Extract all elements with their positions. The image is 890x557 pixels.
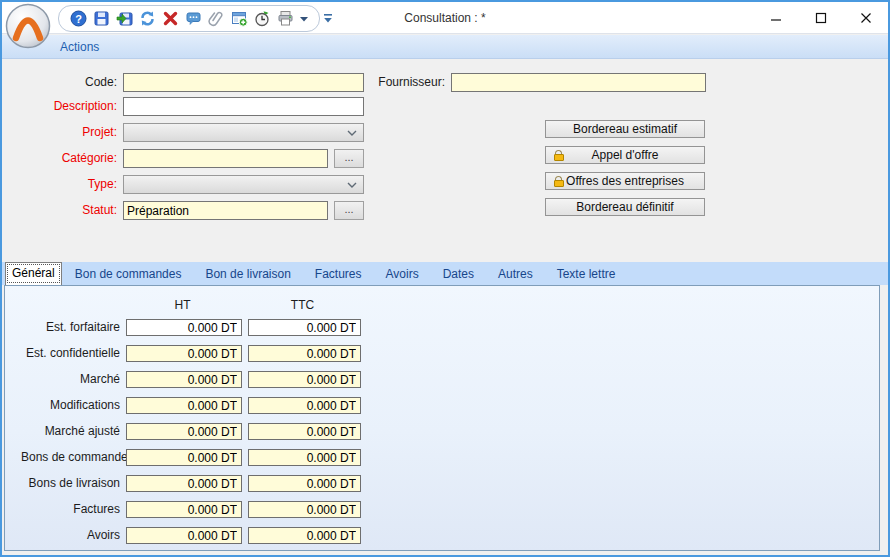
delete-button[interactable] xyxy=(160,9,180,29)
projet-label: Projet: xyxy=(20,123,117,142)
menu-item-actions[interactable]: Actions xyxy=(60,40,99,54)
modifications-ttc-input[interactable] xyxy=(248,397,361,414)
delete-icon xyxy=(162,10,179,27)
bordereau-estimatif-button[interactable]: Bordereau estimatif xyxy=(545,120,705,138)
type-select[interactable] xyxy=(123,175,364,194)
button-label: Bordereau définitif xyxy=(576,200,673,214)
avoirs-ttc-input[interactable] xyxy=(248,527,361,544)
bons-de-commande-ttc-input[interactable] xyxy=(248,449,361,466)
comment-icon xyxy=(185,10,202,27)
minimize-button[interactable] xyxy=(753,2,798,34)
row-label: Modifications xyxy=(21,397,120,414)
history-icon xyxy=(254,10,271,27)
tab-dates[interactable]: Dates xyxy=(433,264,484,285)
close-icon xyxy=(860,12,872,24)
type-label: Type: xyxy=(20,175,117,194)
lock-icon xyxy=(553,176,564,187)
refresh-button[interactable] xyxy=(137,9,157,29)
projet-select[interactable] xyxy=(123,123,364,142)
est-confidentielle-ttc-input[interactable] xyxy=(248,345,361,362)
chevron-down-icon xyxy=(347,182,357,188)
svg-text:?: ? xyxy=(75,13,82,25)
maximize-button[interactable] xyxy=(798,2,843,34)
row-label: Marché ajusté xyxy=(21,423,120,440)
print-button[interactable] xyxy=(275,9,295,29)
lock-icon xyxy=(553,150,564,161)
tab-autres[interactable]: Autres xyxy=(488,264,543,285)
add-form-button[interactable] xyxy=(229,9,249,29)
offres-entreprises-button[interactable]: Offres des entreprises xyxy=(545,172,705,190)
button-label: Bordereau estimatif xyxy=(573,122,677,136)
bons-de-livraison-ht-input[interactable] xyxy=(126,475,242,492)
marche-ajuste-ht-input[interactable] xyxy=(126,423,242,440)
history-button[interactable] xyxy=(252,9,272,29)
print-dropdown-button[interactable] xyxy=(298,9,310,29)
help-icon: ? xyxy=(70,10,87,27)
row-label: Bons de commande xyxy=(21,449,120,466)
save-as-button[interactable] xyxy=(114,9,134,29)
statut-label: Statut: xyxy=(20,201,117,220)
tab-avoirs[interactable]: Avoirs xyxy=(376,264,429,285)
row-label: Est. forfaitaire xyxy=(21,319,120,336)
marche-ajuste-ttc-input[interactable] xyxy=(248,423,361,440)
application-window: Consultation : * xyxy=(0,0,890,557)
chevron-down-icon xyxy=(347,130,357,136)
marche-ttc-input[interactable] xyxy=(248,371,361,388)
save-button[interactable] xyxy=(91,9,111,29)
bordereau-definitif-button[interactable]: Bordereau définitif xyxy=(545,198,705,216)
factures-ttc-input[interactable] xyxy=(248,501,361,518)
tab-general[interactable]: Général xyxy=(5,262,62,285)
fournisseur-label: Fournisseur: xyxy=(362,73,445,92)
save-as-icon xyxy=(116,10,133,27)
factures-ht-input[interactable] xyxy=(126,501,242,518)
row-label: Factures xyxy=(21,501,120,518)
statut-input[interactable] xyxy=(123,201,328,220)
button-label: Appel d'offre xyxy=(592,148,659,162)
attachment-icon xyxy=(208,10,225,27)
column-header-ttc: TTC xyxy=(244,298,361,312)
est-forfaitaire-ht-input[interactable] xyxy=(126,319,242,336)
row-label: Marché xyxy=(21,371,120,388)
marche-ht-input[interactable] xyxy=(126,371,242,388)
description-input[interactable] xyxy=(123,97,364,116)
quick-access-toolbar: ? xyxy=(58,5,320,32)
button-label: Offres des entreprises xyxy=(566,174,684,188)
avoirs-ht-input[interactable] xyxy=(126,527,242,544)
row-label: Avoirs xyxy=(21,527,120,544)
est-confidentielle-ht-input[interactable] xyxy=(126,345,242,362)
close-button[interactable] xyxy=(843,2,888,34)
statut-browse-button[interactable]: ... xyxy=(334,201,364,220)
categorie-browse-button[interactable]: ... xyxy=(334,149,364,168)
fournisseur-input[interactable] xyxy=(451,73,706,92)
tab-page-general: HT TTC Est. forfaitaire Est. confidentie… xyxy=(4,285,880,551)
form-panel: Code: Fournisseur: Description: Projet: … xyxy=(2,60,888,262)
comment-button[interactable] xyxy=(183,9,203,29)
tab-bon-de-livraison[interactable]: Bon de livraison xyxy=(195,264,300,285)
column-header-ht: HT xyxy=(124,298,241,312)
tab-texte-lettre[interactable]: Texte lettre xyxy=(547,264,626,285)
bons-de-livraison-ttc-input[interactable] xyxy=(248,475,361,492)
help-button[interactable]: ? xyxy=(68,9,88,29)
print-icon xyxy=(277,10,294,27)
description-label: Description: xyxy=(20,97,117,116)
categorie-input[interactable] xyxy=(123,149,328,168)
est-forfaitaire-ttc-input[interactable] xyxy=(248,319,361,336)
tab-factures[interactable]: Factures xyxy=(305,264,372,285)
categorie-label: Catégorie: xyxy=(20,149,117,168)
tab-bon-de-commandes[interactable]: Bon de commandes xyxy=(65,264,192,285)
toolbar-overflow-button[interactable] xyxy=(320,9,336,27)
code-label: Code: xyxy=(20,73,117,92)
row-label: Bons de livraison xyxy=(21,475,120,492)
toolbar-overflow-icon xyxy=(323,13,333,24)
tab-strip: Général Bon de commandes Bon de livraiso… xyxy=(2,262,888,285)
code-input[interactable] xyxy=(123,73,364,92)
maximize-icon xyxy=(815,12,827,24)
attachment-button[interactable] xyxy=(206,9,226,29)
app-orb-button[interactable] xyxy=(5,3,51,49)
appel-offre-button[interactable]: Appel d'offre xyxy=(545,146,705,164)
modifications-ht-input[interactable] xyxy=(126,397,242,414)
add-form-icon xyxy=(231,10,248,27)
bons-de-commande-ht-input[interactable] xyxy=(126,449,242,466)
save-icon xyxy=(93,10,110,27)
app-logo-icon xyxy=(5,3,51,49)
